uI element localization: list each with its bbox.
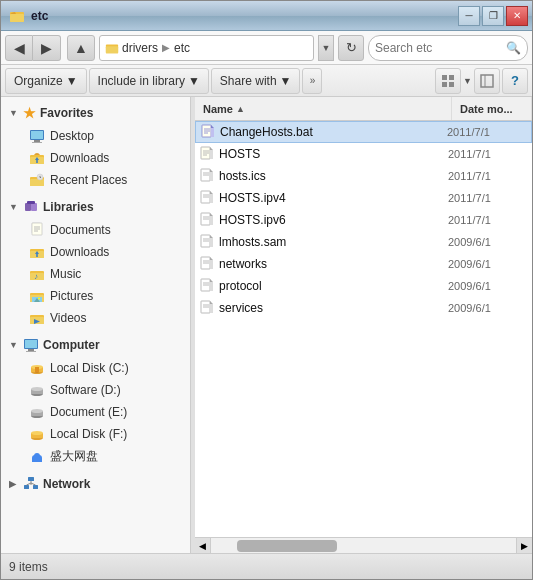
libraries-header[interactable]: ▼ Libraries — [1, 195, 190, 219]
toolbar-more-button[interactable]: » — [302, 68, 322, 94]
svg-rect-86 — [210, 172, 213, 181]
svg-marker-100 — [210, 235, 213, 238]
preview-button[interactable] — [474, 68, 500, 94]
title-bar: etc ─ ❐ ✕ — [1, 1, 532, 31]
downloads-lib-icon — [29, 244, 45, 260]
title-bar-controls: ─ ❐ ✕ — [458, 6, 528, 26]
svg-rect-66 — [28, 477, 34, 481]
hscroll-left-button[interactable]: ◀ — [195, 538, 211, 554]
refresh-button[interactable]: ↻ — [338, 35, 364, 61]
table-row[interactable]: networks 2009/6/1 — [195, 253, 532, 275]
column-name-header[interactable]: Name ▲ — [195, 97, 452, 120]
include-library-button[interactable]: Include in library ▼ — [89, 68, 209, 94]
sidebar-item-disk-f[interactable]: Local Disk (F:) — [1, 423, 190, 445]
views-dropdown-arrow[interactable]: ▼ — [463, 76, 472, 86]
sidebar-item-music[interactable]: ♪ Music — [1, 263, 190, 285]
file-name: HOSTS — [219, 147, 444, 161]
svg-rect-101 — [210, 238, 213, 247]
recent-icon — [29, 172, 45, 188]
computer-header[interactable]: ▼ Computer — [1, 333, 190, 357]
search-icon: 🔍 — [506, 41, 521, 55]
file-date: 2011/7/1 — [447, 126, 527, 138]
svg-rect-106 — [210, 260, 213, 269]
hscroll-right-button[interactable]: ▶ — [516, 538, 532, 554]
table-row[interactable]: hosts.ics 2011/7/1 — [195, 165, 532, 187]
sidebar-item-disk-c[interactable]: Local Disk (C:) — [1, 357, 190, 379]
sidebar-item-label: 盛大网盘 — [50, 448, 98, 465]
sidebar-item-cloud[interactable]: 盛大网盘 — [1, 445, 190, 468]
address-path[interactable]: drivers ▶ etc — [99, 35, 314, 61]
sidebar-item-disk-e[interactable]: Document (E:) — [1, 401, 190, 423]
sidebar-item-pictures[interactable]: Pictures — [1, 285, 190, 307]
sidebar-item-label: Document (E:) — [50, 405, 127, 419]
svg-rect-68 — [33, 485, 38, 489]
svg-marker-105 — [210, 257, 213, 260]
svg-marker-90 — [210, 191, 213, 194]
restore-button[interactable]: ❐ — [482, 6, 504, 26]
forward-button[interactable]: ▶ — [33, 35, 61, 61]
minimize-button[interactable]: ─ — [458, 6, 480, 26]
sidebar-item-recent[interactable]: Recent Places — [1, 169, 190, 191]
sidebar-item-videos[interactable]: Videos — [1, 307, 190, 329]
table-row[interactable]: HOSTS.ipv6 2011/7/1 — [195, 209, 532, 231]
help-button[interactable]: ? — [502, 68, 528, 94]
address-dropdown[interactable]: ▼ — [318, 35, 334, 61]
svg-rect-23 — [31, 203, 37, 211]
window-icon — [9, 8, 25, 24]
sidebar-item-documents[interactable]: Documents — [1, 219, 190, 241]
svg-rect-6 — [442, 82, 447, 87]
network-label: Network — [43, 477, 90, 491]
table-row[interactable]: services 2009/6/1 — [195, 297, 532, 319]
svg-rect-12 — [32, 142, 42, 143]
sidebar-item-label: Pictures — [50, 289, 93, 303]
svg-marker-110 — [210, 279, 213, 282]
table-row[interactable]: ChangeHosts.bat 2011/7/1 — [195, 121, 532, 143]
back-button[interactable]: ◀ — [5, 35, 33, 61]
share-with-button[interactable]: Share with ▼ — [211, 68, 301, 94]
file-name: services — [219, 301, 444, 315]
sidebar-item-downloads-fav[interactable]: Downloads — [1, 147, 190, 169]
left-panel: ▼ ★ Favorites Desktop — [1, 97, 191, 553]
svg-rect-13 — [31, 131, 43, 139]
svg-text:♪: ♪ — [34, 272, 38, 281]
table-row[interactable]: HOSTS.ipv4 2011/7/1 — [195, 187, 532, 209]
path-seg-1[interactable]: drivers — [122, 41, 158, 55]
network-header[interactable]: ▶ Network — [1, 472, 190, 496]
txt-file-icon — [199, 190, 215, 206]
cloud-icon — [29, 449, 45, 465]
disk-d-icon — [29, 382, 45, 398]
favorites-header[interactable]: ▼ ★ Favorites — [1, 101, 190, 125]
table-row[interactable]: lmhosts.sam 2009/6/1 — [195, 231, 532, 253]
views-button[interactable] — [435, 68, 461, 94]
desktop-icon — [29, 128, 45, 144]
hscroll-thumb[interactable] — [237, 540, 337, 552]
organize-button[interactable]: Organize ▼ — [5, 68, 87, 94]
up-button[interactable]: ▲ — [67, 35, 95, 61]
path-folder-icon — [104, 40, 120, 56]
sidebar-item-downloads-lib[interactable]: Downloads — [1, 241, 190, 263]
file-name: networks — [219, 257, 444, 271]
close-button[interactable]: ✕ — [506, 6, 528, 26]
svg-rect-7 — [449, 82, 454, 87]
svg-line-71 — [31, 483, 36, 485]
file-date: 2009/6/1 — [448, 302, 528, 314]
path-seg-2[interactable]: etc — [174, 41, 190, 55]
sidebar-item-label: Videos — [50, 311, 86, 325]
svg-point-61 — [31, 431, 43, 435]
disk-e-icon — [29, 404, 45, 420]
file-name: lmhosts.sam — [219, 235, 444, 249]
table-row[interactable]: HOSTS 2011/7/1 — [195, 143, 532, 165]
computer-label: Computer — [43, 338, 100, 352]
sidebar-item-label: Downloads — [50, 245, 109, 259]
search-box[interactable]: 🔍 — [368, 35, 528, 61]
sidebar-item-disk-d[interactable]: Software (D:) — [1, 379, 190, 401]
table-row[interactable]: protocol 2009/6/1 — [195, 275, 532, 297]
svg-rect-80 — [210, 150, 213, 159]
file-list-header: Name ▲ Date mo... — [195, 97, 532, 121]
svg-rect-11 — [34, 140, 40, 142]
column-date-header[interactable]: Date mo... — [452, 97, 532, 120]
search-input[interactable] — [375, 41, 502, 55]
sidebar-item-desktop[interactable]: Desktop — [1, 125, 190, 147]
horizontal-scrollbar[interactable]: ◀ ▶ — [195, 537, 532, 553]
videos-icon — [29, 310, 45, 326]
